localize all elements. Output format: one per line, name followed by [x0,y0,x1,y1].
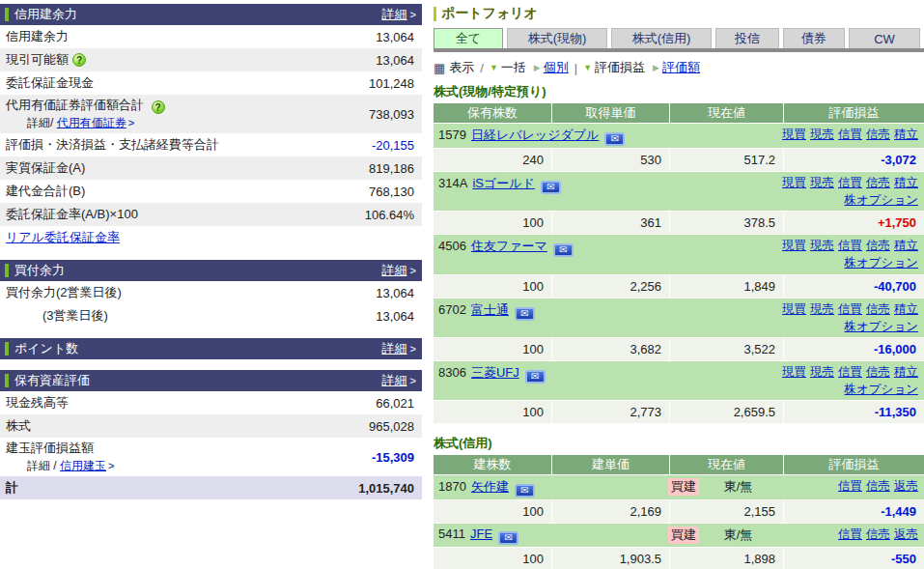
real-margin-rate-link[interactable]: リアル委託保証金率 [0,229,120,246]
section-title: 保有資産評価 [14,372,90,389]
detail-link[interactable]: 詳細> [382,340,416,357]
accumulate-link[interactable]: 積立 [894,176,918,189]
margin-buy-link[interactable]: 信買 [838,527,862,541]
tab-stock-cash[interactable]: 株式(現物) [507,28,607,48]
price-cell: 2,169 [552,500,670,523]
header-pl: 評価損益 [784,103,924,123]
row-label: 委託保証金現金 [0,74,94,92]
stock-option-link[interactable]: 株オプション [845,256,918,270]
cash-buy-link[interactable]: 現買 [782,302,806,316]
stock-name-link[interactable]: JFE [470,526,492,541]
margin-sell-link[interactable]: 信売 [866,239,890,252]
mail-alert-icon[interactable]: ✉ [515,307,535,321]
individual-mode-link[interactable]: 個別 [544,59,569,76]
accumulate-link[interactable]: 積立 [894,128,918,141]
qty-cell: 100 [434,500,552,523]
cash-sell-link[interactable]: 現売 [810,365,834,379]
margin-buy-link[interactable]: 信買 [838,302,862,316]
stock-name-link[interactable]: 日経レバレッジダブル [471,128,599,142]
stock-id: 8306三菱UFJ✉ [438,363,546,384]
margin-buy-link[interactable]: 信買 [838,239,862,252]
cash-sell-link[interactable]: 現売 [810,302,834,316]
margin-buy-link[interactable]: 信買 [838,176,862,189]
stock-name-link[interactable]: 矢作建 [471,479,509,494]
header-price: 建単価 [552,455,670,474]
row-value: 1,015,740 [358,481,422,496]
pl-cell: -3,072 [784,149,924,171]
stock-option-link[interactable]: 株オプション [845,193,918,207]
mail-alert-icon[interactable]: ✉ [515,484,535,498]
tab-cw[interactable]: CW [849,28,920,48]
cash-buy-link[interactable]: 現買 [782,365,806,379]
stock-data-row: 240 530 517.2 -3,072 [434,148,924,171]
mail-alert-icon[interactable]: ✉ [525,370,546,384]
pl-view-label: 評価損益 [595,59,645,76]
price-cell: 3,682 [552,338,670,360]
tab-funds[interactable]: 投信 [715,28,779,48]
close-sell-link[interactable]: 返売 [894,479,918,493]
summary-row: 評価損・決済損益・支払諸経費等合計 -20,155 [0,133,422,156]
position-info: 買建 東/無 [668,478,752,496]
current-cell: 1,898 [670,548,784,569]
margin-sell-link[interactable]: 信売 [866,527,890,541]
cash-sell-link[interactable]: 現売 [810,176,834,189]
margin-sell-link[interactable]: 信売 [866,176,890,189]
cash-sell-link[interactable]: 現売 [810,128,834,141]
margin-buy-link[interactable]: 信買 [838,128,862,141]
tab-stock-margin[interactable]: 株式(信用) [611,28,712,48]
stock-name-link[interactable]: iSゴールド [472,176,534,190]
row-value: 66,021 [376,396,422,411]
close-sell-link[interactable]: 返売 [894,527,918,541]
row-label: 建代金合計(B) [0,183,85,200]
accumulate-link[interactable]: 積立 [894,365,918,379]
tab-bonds[interactable]: 債券 [783,28,845,48]
chevron-right-icon: > [410,375,416,386]
help-icon[interactable]: ? [72,53,86,67]
margin-buy-link[interactable]: 信買 [838,479,862,493]
stock-option-link[interactable]: 株オプション [845,320,918,333]
stock-id: 5411JFE✉ [438,526,518,545]
row-label: (3営業日後) [0,307,108,325]
detail-link[interactable]: 詳細> [382,262,416,279]
portfolio-header: ポートフォリオ [434,4,924,23]
collateral-securities-link[interactable]: 代用有価証券 [57,116,126,129]
mail-alert-icon[interactable]: ✉ [604,132,625,146]
price-cell: 530 [552,149,670,171]
accent-bar [434,7,436,21]
chevron-right-icon: > [410,265,416,276]
detail-link[interactable]: 詳細> [382,372,416,389]
cash-buy-link[interactable]: 現買 [782,239,806,252]
section-title: 買付余力 [14,262,65,279]
detail-link[interactable]: 詳細> [382,6,416,23]
accumulate-link[interactable]: 積立 [894,302,918,316]
mail-alert-icon[interactable]: ✉ [498,531,518,545]
pl-cell: -11,350 [784,401,924,423]
margin-sell-link[interactable]: 信売 [866,302,890,316]
stock-option-link[interactable]: 株オプション [845,383,918,396]
cash-buy-link[interactable]: 現買 [782,176,806,189]
cash-sell-link[interactable]: 現売 [810,239,834,252]
portfolio-title: ポートフォリオ [441,5,538,22]
mail-alert-icon[interactable]: ✉ [541,181,561,194]
row-label: 計 [0,479,18,497]
row-label: 現金残高等 [0,394,69,412]
stock-name-link[interactable]: 富士通 [471,302,509,317]
tab-underline [434,48,924,52]
margin-sell-link[interactable]: 信売 [866,128,890,141]
summary-row: 委託保証金現金 101,248 [0,71,422,95]
valuation-view-link[interactable]: 評価額 [662,59,700,76]
help-icon[interactable]: ? [152,100,165,114]
accumulate-link[interactable]: 積立 [894,239,918,252]
cash-buy-link[interactable]: 現買 [782,128,806,141]
margin-sell-link[interactable]: 信売 [866,479,890,493]
margin-sell-link[interactable]: 信売 [866,365,890,379]
display-toolbar: ▦ 表示 / ▼ 一括 ▶ 個別 | ▼ 評価損益 ▶ 評価額 [434,58,924,77]
tab-all[interactable]: 全て [434,28,503,48]
detail-link-label: 詳細 [382,263,407,277]
margin-buy-link[interactable]: 信買 [838,365,862,379]
current-cell: 517.2 [670,149,784,171]
stock-name-link[interactable]: 三菱UFJ [471,365,519,380]
margin-positions-link[interactable]: 信用建玉 [60,459,106,472]
mail-alert-icon[interactable]: ✉ [553,243,574,257]
stock-name-link[interactable]: 住友ファーマ [471,239,547,253]
